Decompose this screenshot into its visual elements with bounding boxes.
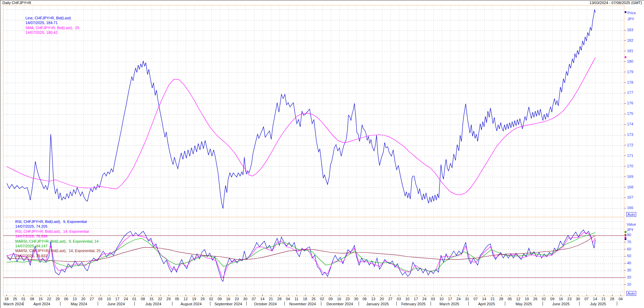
price-auto-button[interactable]: Auto: [626, 212, 636, 217]
x-axis-week-tick: [612, 295, 612, 296]
x-axis-week-tick: [476, 295, 476, 296]
x-axis-week-tick: [339, 295, 339, 296]
x-axis-day-label: 03: [397, 297, 401, 301]
x-axis-month-label: April 2025: [478, 302, 495, 306]
price-axis-tick-label: 169: [627, 174, 633, 179]
x-axis-day-label: 19: [525, 297, 529, 301]
x-axis-week-tick: [578, 295, 578, 296]
x-axis-day-label: 06: [363, 297, 367, 301]
x-axis-day-label: 04: [619, 297, 623, 301]
x-axis-week-tick: [467, 295, 468, 296]
price-axis-tick-label: 167: [627, 195, 633, 199]
x-axis-week-tick: [569, 295, 570, 296]
x-axis-month-separator: [505, 302, 505, 306]
x-axis-day-label: 23: [345, 297, 349, 301]
x-axis-day-label: 10: [107, 297, 111, 301]
x-axis-day-label: 02: [320, 297, 324, 301]
rsi-axis-tick-label: 20: [627, 275, 631, 279]
legend-line: 14/07/2025, 184.71: [25, 20, 79, 25]
x-axis-week-tick: [484, 295, 485, 296]
x-axis-day-label: 03: [98, 297, 102, 301]
x-axis-day-label: 29: [167, 297, 171, 301]
x-axis-day-label: 01: [21, 297, 25, 301]
rsi-axis-tick-label: 60: [627, 247, 631, 251]
x-axis-week-tick: [390, 295, 391, 296]
x-axis-day-label: 20: [81, 297, 85, 301]
x-axis-day-label: 26: [201, 297, 205, 301]
x-axis-week-tick: [6, 295, 7, 296]
x-axis-day-label: 05: [508, 297, 512, 301]
x-axis-week-tick: [348, 295, 348, 296]
x-axis-day-label: 28: [277, 297, 281, 301]
price-axis-unit: JPY: [627, 17, 634, 21]
x-axis-week-tick: [32, 295, 32, 296]
x-axis-week-tick: [356, 295, 357, 296]
x-axis-day-label: 30: [243, 297, 247, 301]
x-axis-week-tick: [527, 295, 527, 296]
x-axis-week-tick: [424, 295, 425, 296]
x-axis-month-separator: [134, 302, 135, 306]
x-axis-week-tick: [100, 295, 101, 296]
price-axis-tick-mark: [624, 187, 626, 187]
x-axis-week-tick: [535, 295, 536, 296]
rsi-axis-tick-mark: [624, 256, 626, 256]
price-axis-tick-mark: [624, 166, 626, 166]
x-axis-week-tick: [433, 295, 433, 296]
x-axis-day-label: 03: [431, 297, 435, 301]
x-axis-week-tick: [75, 295, 75, 296]
rsi-axis-title: Value: [627, 222, 636, 226]
x-axis-day-label: 17: [448, 297, 452, 301]
price-axis-tick-mark: [624, 124, 626, 125]
x-axis-day-label: 28: [499, 297, 503, 301]
price-axis-tick-mark: [624, 51, 626, 51]
x-axis-week-tick: [160, 295, 160, 296]
x-axis-day-label: 30: [354, 297, 358, 301]
legend-line: MARSI, CHFJPY=R, Bid(Last), 9, Exponenti…: [15, 239, 101, 244]
x-axis-day-label: 24: [422, 297, 427, 301]
legend-line: 14/07/2025, 76.596: [15, 234, 101, 239]
price-axis-tick-label: 178: [627, 80, 633, 84]
x-axis-week-tick: [441, 295, 442, 296]
x-axis-day-label: 04: [286, 297, 290, 301]
x-axis-week-tick: [92, 295, 92, 296]
legend-line: RSI, CHFJPY=R, Bid(Last), 9, Exponential: [15, 219, 101, 224]
x-axis-month-label: June 2024: [107, 302, 125, 306]
chart-title: Daily CHFJPY=R: [2, 1, 31, 5]
x-axis-day-label: 28: [610, 297, 614, 301]
x-axis-week-tick: [254, 295, 254, 296]
x-axis-week-tick: [297, 295, 297, 296]
x-axis-month-separator: [60, 302, 60, 306]
x-axis-day-label: 13: [371, 297, 375, 301]
series-sma-25: [7, 58, 595, 195]
x-axis-week-tick: [305, 295, 305, 296]
x-axis-day-label: 12: [516, 297, 520, 301]
price-axis-tick-label: 173: [627, 132, 633, 137]
price-axis-tick-label: 176: [627, 101, 633, 105]
x-axis-day-label: 21: [491, 297, 495, 301]
price-axis-tick-mark: [624, 72, 626, 72]
x-axis-day-label: 09: [550, 297, 554, 301]
rsi-axis-tick-label: 30: [627, 268, 631, 272]
price-axis-tick-label: 168: [627, 185, 633, 189]
x-axis-day-label: 13: [73, 297, 77, 301]
x-axis-month-separator: [579, 302, 580, 306]
x-axis-week-tick: [501, 295, 501, 296]
price-axis-tick-mark: [624, 114, 626, 114]
x-axis-month-separator: [617, 302, 617, 306]
chart-window: Daily CHFJPY=R 13/03/2024 - 07/08/2025 (…: [0, 0, 644, 308]
x-axis-day-label: 31: [465, 297, 469, 301]
x-axis-month-label: August 2024: [181, 302, 202, 306]
x-axis-week-tick: [151, 295, 152, 296]
legend-line: MARSI, CHFJPY=R, Bid(Last), 14, Exponent…: [15, 248, 101, 253]
x-axis-month-separator: [210, 302, 210, 306]
x-axis-day-label: 02: [542, 297, 546, 301]
price-axis-tick-mark: [624, 61, 626, 62]
price-chart-canvas[interactable]: [3, 5, 624, 217]
x-axis-month-label: May 2024: [71, 302, 87, 306]
x-axis-day-label: 29: [56, 297, 60, 301]
x-axis-week-tick: [194, 295, 194, 296]
x-axis-week-tick: [271, 295, 271, 296]
x-axis-day-label: 26: [533, 297, 537, 301]
price-legend: Line, CHFJPY=R, Bid(Last)14/07/2025, 184…: [25, 16, 79, 35]
rsi-auto-button[interactable]: Auto: [626, 291, 636, 296]
